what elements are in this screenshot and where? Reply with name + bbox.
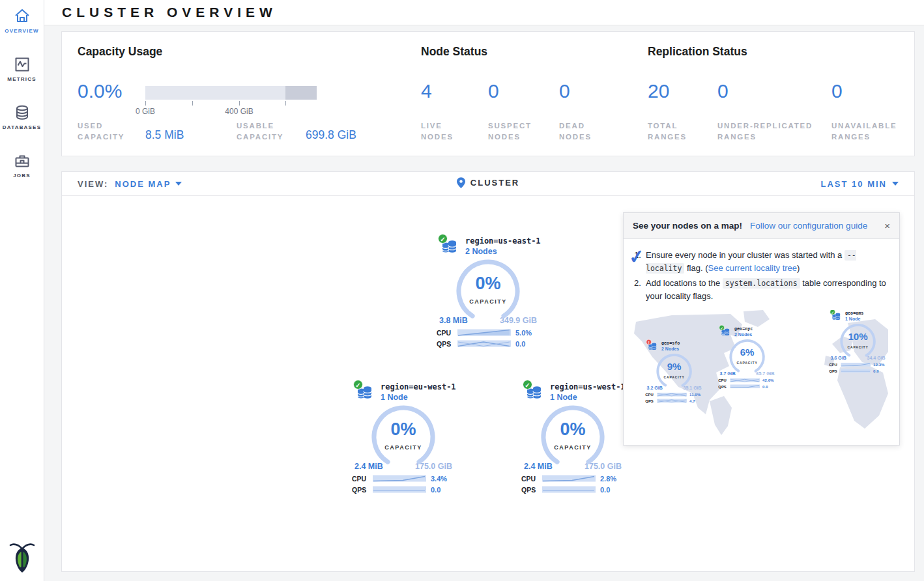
popup-header: See your nodes on a map! Follow our conf… xyxy=(624,213,899,239)
page-title: CLUSTER OVERVIEW xyxy=(62,5,277,20)
locality-label: geo=ams xyxy=(845,311,889,316)
capacity-label: CAPACITY xyxy=(454,298,522,305)
under-replicated-count: 0 xyxy=(717,80,729,102)
qps-value: 4.7 xyxy=(689,398,695,403)
database-icon xyxy=(14,104,31,121)
capacity-gauge: 9% CAPACITY xyxy=(655,352,693,390)
replication-status-section: Replication Status 20 0 0 TOTAL RANGES U… xyxy=(648,32,915,156)
capacity-percent: 0% xyxy=(369,419,437,440)
node-map-locality[interactable]: ✓ region=us-west-1 1 Node 0% CA xyxy=(517,381,628,494)
capacity-gauge: 0% CAPACITY xyxy=(454,257,522,325)
capacity-percent: 10% xyxy=(839,332,876,343)
example-node-map-image: ! geo=sfo 2 Nodes 9% CAPACITY xyxy=(633,310,890,436)
cpu-label: CPU xyxy=(352,475,373,483)
qps-value: 0.0 xyxy=(873,368,879,373)
node-status-icon: ✓ xyxy=(719,324,724,330)
usable-capacity-value: 699.8 GiB xyxy=(306,128,356,142)
node-status-section: Node Status 4 0 0 LIVE NODES SUSPECT NOD… xyxy=(421,32,636,156)
qps-sparkline xyxy=(373,485,426,494)
capacity-tick-400: 400 GiB xyxy=(218,107,260,116)
configuration-guide-link[interactable]: Follow our configuration guide xyxy=(750,221,867,231)
suspect-nodes-count: 0 xyxy=(488,80,499,102)
cpu-label: CPU xyxy=(645,392,657,397)
popup-body: ✓ 1. Ensure every node in your cluster w… xyxy=(624,239,899,445)
cpu-value: 5.0% xyxy=(515,329,532,337)
qps-sparkline xyxy=(542,485,596,494)
node-status-icon: ✓ xyxy=(353,380,363,390)
capacity-used-percent: 0.0% xyxy=(78,80,122,102)
live-nodes-label: LIVE NODES xyxy=(421,120,454,143)
qps-value: 0.0 xyxy=(515,340,525,348)
qps-sparkline xyxy=(657,398,687,403)
node-map-locality[interactable]: ✓ geo=nyc 2 Nodes 6% CAPACITY xyxy=(716,326,778,389)
qps-sparkline xyxy=(730,384,760,388)
node-count-link[interactable]: 1 Node xyxy=(845,317,889,322)
view-toolbar: VIEW: NODE MAP CLUSTER LAST 10 MIN xyxy=(61,171,915,196)
capacity-usage-title: Capacity Usage xyxy=(78,45,162,59)
qps-label: QPS xyxy=(437,340,457,348)
dead-nodes-label: DEAD NODES xyxy=(559,120,592,143)
setup-step-1: ✓ 1. Ensure every node in your cluster w… xyxy=(633,249,890,275)
node-map-locality[interactable]: ✓ region=us-east-1 2 Nodes 0% C xyxy=(433,235,543,348)
unavailable-label: UNAVAILABLE RANGES xyxy=(831,120,897,143)
qps-label: QPS xyxy=(521,486,542,494)
capacity-label: CAPACITY xyxy=(655,375,693,379)
locality-label: geo=nyc xyxy=(734,326,778,332)
close-icon[interactable]: × xyxy=(884,220,890,231)
cpu-sparkline xyxy=(373,474,426,483)
capacity-bar xyxy=(145,86,317,100)
node-count-link[interactable]: 1 Node xyxy=(381,393,459,402)
capacity-percent: 6% xyxy=(728,347,766,358)
qps-value: 0.0 xyxy=(600,486,610,494)
time-range-dropdown[interactable]: LAST 10 MIN xyxy=(821,179,899,189)
node-map-panel: ✓ region=us-east-1 2 Nodes 0% C xyxy=(61,195,915,572)
capacity-label: CAPACITY xyxy=(728,361,766,365)
node-status-icon: ✓ xyxy=(523,380,532,390)
qps-label: QPS xyxy=(718,384,730,388)
used-capacity-value: 8.5 MiB xyxy=(145,128,184,142)
node-count-link[interactable]: 1 Node xyxy=(550,393,628,402)
node-map-setup-popup: See your nodes on a map! Follow our conf… xyxy=(623,212,900,446)
qps-sparkline xyxy=(457,339,511,348)
setup-step-2: 2. Add locations to the system.locations… xyxy=(633,277,890,303)
capacity-label: CAPACITY xyxy=(369,444,437,451)
cpu-sparkline xyxy=(457,328,511,337)
node-count-link[interactable]: 2 Nodes xyxy=(734,332,778,337)
unavailable-count: 0 xyxy=(831,80,843,102)
qps-sparkline xyxy=(841,368,871,373)
locality-tree-link[interactable]: See current locality tree xyxy=(708,263,798,273)
sidebar-item-metrics[interactable]: METRICS xyxy=(0,56,44,82)
qps-label: QPS xyxy=(829,368,841,373)
home-icon xyxy=(14,8,31,25)
cpu-label: CPU xyxy=(437,329,457,337)
cpu-value: 42.6% xyxy=(762,378,773,382)
cpu-value: 2.8% xyxy=(600,475,616,483)
capacity-gauge: 10% CAPACITY xyxy=(839,322,876,360)
capacity-label: CAPACITY xyxy=(839,345,876,349)
capacity-percent: 0% xyxy=(539,419,607,440)
sidebar-item-databases[interactable]: DATABASES xyxy=(0,104,44,130)
sidebar-item-jobs[interactable]: JOBS xyxy=(0,152,44,178)
node-map-locality[interactable]: ! geo=sfo 2 Nodes 9% CAPACITY xyxy=(643,340,705,403)
sidebar-item-overview[interactable]: OVERVIEW xyxy=(0,8,44,34)
suspect-nodes-label: SUSPECT NODES xyxy=(488,120,532,143)
capacity-gauge: 6% CAPACITY xyxy=(728,338,766,376)
node-map-locality[interactable]: ✓ region=eu-west-1 1 Node 0% CA xyxy=(348,381,459,494)
capacity-label: CAPACITY xyxy=(539,444,607,451)
node-status-title: Node Status xyxy=(421,45,487,59)
node-map-locality[interactable]: ✓ geo=ams 1 Node 10% CAPACITY xyxy=(827,310,889,373)
capacity-gauge: 0% CAPACITY xyxy=(369,403,437,471)
qps-value: 0.0 xyxy=(762,384,768,388)
capacity-percent: 9% xyxy=(655,361,693,373)
node-count-link[interactable]: 2 Nodes xyxy=(465,247,543,256)
node-count-link[interactable]: 2 Nodes xyxy=(661,347,705,352)
cockroachdb-logo[interactable] xyxy=(9,542,35,576)
locality-label: region=us-west-1 xyxy=(550,382,628,391)
cpu-label: CPU xyxy=(829,362,841,367)
node-status-icon: ✓ xyxy=(438,234,448,244)
node-status-icon: ✓ xyxy=(830,310,835,315)
cpu-sparkline xyxy=(657,392,687,397)
breadcrumb[interactable]: CLUSTER xyxy=(457,177,519,188)
cpu-sparkline xyxy=(841,362,871,367)
capacity-tick-0: 0 GiB xyxy=(132,107,158,116)
